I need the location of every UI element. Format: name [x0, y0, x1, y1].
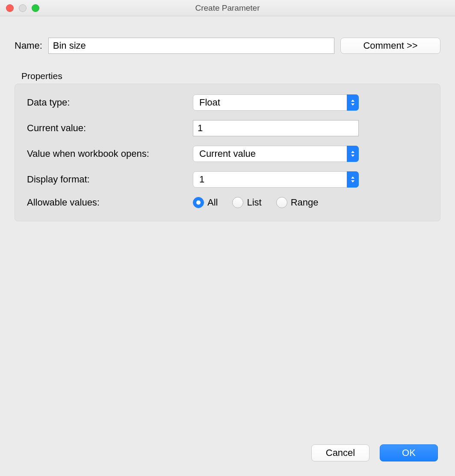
- data-type-label: Data type:: [27, 97, 193, 108]
- properties-panel: Data type: Float Current value: Value wh…: [15, 84, 440, 221]
- radio-all-label: All: [207, 197, 218, 208]
- value-when-open-select[interactable]: Current value: [193, 146, 359, 162]
- allowable-values-label: Allowable values:: [27, 197, 193, 208]
- radio-list-label: List: [247, 197, 261, 208]
- ok-button[interactable]: OK: [380, 444, 438, 461]
- window-title: Create Parameter: [0, 3, 455, 13]
- radio-button-icon: [232, 197, 243, 208]
- radio-button-icon: [193, 197, 204, 208]
- data-type-select[interactable]: Float: [193, 94, 359, 111]
- zoom-window-button[interactable]: [32, 4, 39, 12]
- display-format-select[interactable]: 1: [193, 171, 359, 188]
- current-value-input[interactable]: [193, 120, 359, 136]
- radio-button-icon: [276, 197, 287, 208]
- titlebar: Create Parameter: [0, 0, 455, 16]
- name-input[interactable]: [48, 38, 334, 54]
- current-value-label: Current value:: [27, 123, 193, 134]
- comment-button[interactable]: Comment >>: [340, 38, 440, 54]
- data-type-value: Float: [193, 94, 359, 111]
- radio-range[interactable]: Range: [276, 197, 319, 208]
- radio-range-label: Range: [291, 197, 319, 208]
- value-when-open-label: Value when workbook opens:: [27, 148, 193, 159]
- radio-all[interactable]: All: [193, 197, 218, 208]
- name-label: Name:: [15, 40, 42, 51]
- display-format-label: Display format:: [27, 174, 193, 185]
- allowable-values-radio-group: All List Range: [193, 197, 428, 208]
- minimize-window-button: [19, 4, 27, 12]
- display-format-value: 1: [193, 171, 359, 188]
- dialog-footer: Cancel OK: [311, 444, 438, 461]
- radio-list[interactable]: List: [232, 197, 261, 208]
- properties-section-label: Properties: [21, 71, 440, 81]
- cancel-button[interactable]: Cancel: [311, 444, 369, 461]
- traffic-lights: [0, 4, 39, 12]
- close-window-button[interactable]: [6, 4, 14, 12]
- value-when-open-value: Current value: [193, 146, 359, 162]
